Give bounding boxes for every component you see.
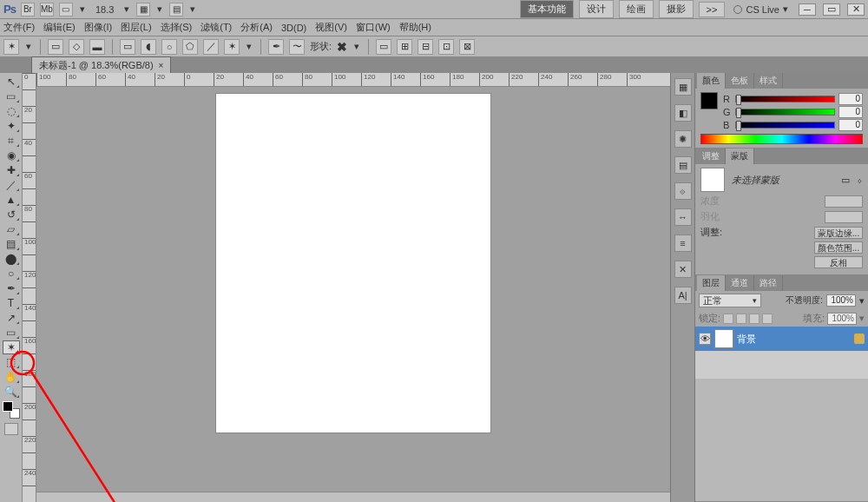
tab-swatches[interactable]: 色板 bbox=[726, 73, 754, 89]
mini-bridge-icon[interactable]: Mb bbox=[40, 3, 54, 17]
workspace-paint[interactable]: 绘画 bbox=[619, 0, 654, 18]
custom-shape-icon[interactable]: ✶ bbox=[224, 39, 240, 55]
tab-color[interactable]: 颜色 bbox=[697, 73, 726, 89]
layer-name[interactable]: 背景 bbox=[737, 333, 756, 346]
workspace-essentials[interactable]: 基本功能 bbox=[520, 0, 574, 18]
tool-3d[interactable]: ⬚ bbox=[3, 355, 20, 369]
ellipse-icon[interactable]: ○ bbox=[161, 39, 177, 55]
color-spectrum[interactable] bbox=[700, 134, 863, 144]
freeform-pen-icon[interactable]: 〜 bbox=[289, 39, 305, 55]
menu-window[interactable]: 窗口(W) bbox=[356, 21, 391, 34]
pen-opt-icon[interactable]: ✒ bbox=[268, 39, 284, 55]
close-button[interactable]: ✕ bbox=[847, 3, 865, 16]
tool-custom-shape[interactable]: ✶ bbox=[3, 340, 20, 354]
menu-select[interactable]: 选择(S) bbox=[161, 21, 193, 34]
tool-dodge[interactable]: ○ bbox=[3, 267, 20, 281]
tool-healing[interactable]: ✚ bbox=[3, 163, 20, 177]
tool-lasso[interactable]: ◌ bbox=[3, 104, 20, 118]
canvas[interactable] bbox=[216, 94, 490, 433]
color-range-button[interactable]: 颜色范围... bbox=[814, 241, 863, 254]
pixel-mask-icon[interactable]: ▭ bbox=[841, 175, 850, 186]
dock-icon-3[interactable]: ▤ bbox=[674, 156, 692, 174]
layer-row-background[interactable]: 👁 背景 bbox=[695, 327, 868, 351]
arrange-icon[interactable]: ▦ bbox=[136, 3, 150, 17]
cs-live[interactable]: CS Live▾ bbox=[730, 3, 792, 15]
dock-icon-4[interactable]: ⟐ bbox=[674, 182, 692, 200]
dock-icon-5[interactable]: ↔ bbox=[674, 208, 692, 226]
layer-thumbnail[interactable] bbox=[714, 329, 733, 348]
combine-new-icon[interactable]: ▭ bbox=[376, 39, 391, 55]
g-value[interactable]: 0 bbox=[838, 106, 863, 118]
menu-3d[interactable]: 3D(D) bbox=[281, 23, 306, 33]
screen-mode-icon[interactable]: ▭ bbox=[59, 3, 73, 17]
lock-trans-icon[interactable] bbox=[723, 314, 733, 324]
foreground-swatch[interactable] bbox=[700, 92, 718, 109]
opacity-dd[interactable]: ▾ bbox=[859, 295, 865, 307]
polygon-icon[interactable]: ⬠ bbox=[182, 39, 198, 55]
menu-file[interactable]: 文件(F) bbox=[3, 21, 35, 34]
menu-filter[interactable]: 滤镜(T) bbox=[201, 21, 232, 34]
tab-styles[interactable]: 样式 bbox=[754, 73, 783, 89]
shape-opt-dd[interactable]: ▾ bbox=[245, 41, 253, 52]
rrect-icon[interactable]: ◖ bbox=[141, 39, 156, 55]
tool-gradient[interactable]: ▤ bbox=[3, 237, 20, 251]
b-value[interactable]: 0 bbox=[838, 119, 863, 131]
zoom-value[interactable]: 18.3 bbox=[92, 4, 117, 15]
tab-paths[interactable]: 路径 bbox=[754, 275, 783, 291]
menu-view[interactable]: 视图(V) bbox=[315, 21, 347, 34]
mask-edge-button[interactable]: 蒙版边缘... bbox=[814, 227, 863, 239]
tool-eraser[interactable]: ▱ bbox=[3, 222, 20, 236]
tool-eyedropper[interactable]: ◉ bbox=[3, 149, 20, 162]
combine-sub-icon[interactable]: ⊟ bbox=[418, 39, 433, 55]
menu-analysis[interactable]: 分析(A) bbox=[240, 21, 273, 34]
lock-position-icon[interactable] bbox=[749, 314, 760, 324]
menu-edit[interactable]: 编辑(E) bbox=[43, 21, 76, 34]
document-close-icon[interactable]: × bbox=[159, 61, 164, 70]
menu-layer[interactable]: 图层(L) bbox=[121, 21, 151, 34]
dock-icon-1[interactable]: ◧ bbox=[674, 104, 692, 122]
tab-adjustments[interactable]: 调整 bbox=[697, 149, 726, 164]
vector-mask-icon[interactable]: ⬨ bbox=[857, 175, 863, 185]
shape-preview-x[interactable]: ✖ bbox=[337, 40, 347, 54]
invert-button[interactable]: 反相 bbox=[814, 256, 863, 268]
dock-icon-7[interactable]: ✕ bbox=[674, 261, 692, 278]
tab-channels[interactable]: 通道 bbox=[726, 275, 754, 291]
tool-move[interactable]: ↖ bbox=[3, 75, 20, 89]
tool-pen[interactable]: ✒ bbox=[3, 281, 20, 295]
opacity-value[interactable]: 100% bbox=[826, 294, 856, 307]
canvas-area[interactable] bbox=[36, 87, 670, 492]
tab-layers[interactable]: 图层 bbox=[697, 275, 726, 291]
combine-add-icon[interactable]: ⊞ bbox=[397, 39, 412, 55]
minimize-button[interactable]: ─ bbox=[799, 3, 816, 16]
lock-pixel-icon[interactable] bbox=[736, 314, 746, 324]
document-tab[interactable]: 未标题-1 @ 18.3%(RGB/8) × bbox=[31, 56, 171, 74]
g-slider[interactable] bbox=[735, 109, 835, 116]
combine-int-icon[interactable]: ⊡ bbox=[438, 39, 454, 55]
lock-all-icon[interactable] bbox=[762, 314, 773, 324]
dock-icon-2[interactable]: ✺ bbox=[674, 130, 692, 148]
fill-mode-icon[interactable]: ▬ bbox=[89, 39, 105, 55]
tool-crop[interactable]: ⌗ bbox=[3, 134, 20, 148]
tool-magic-wand[interactable]: ✦ bbox=[3, 119, 20, 133]
extras-dd[interactable]: ▾ bbox=[188, 3, 197, 15]
tool-stamp[interactable]: ▲ bbox=[3, 193, 20, 207]
rect-icon[interactable]: ▭ bbox=[120, 39, 135, 55]
bridge-icon[interactable]: Br bbox=[21, 3, 35, 17]
r-value[interactable]: 0 bbox=[838, 93, 863, 105]
dock-icon-8[interactable]: A| bbox=[674, 287, 692, 304]
tool-blur[interactable]: ⬤ bbox=[3, 252, 20, 266]
dock-icon-6[interactable]: ≡ bbox=[674, 234, 692, 252]
tool-preset[interactable]: ✶ bbox=[3, 39, 19, 55]
b-slider[interactable] bbox=[735, 122, 835, 129]
quickmask-icon[interactable] bbox=[4, 423, 18, 435]
blend-mode-select[interactable]: 正常▾ bbox=[699, 294, 761, 307]
menu-image[interactable]: 图像(I) bbox=[84, 21, 112, 34]
dock-icon-0[interactable]: ▦ bbox=[674, 78, 692, 96]
arrange-dd[interactable]: ▾ bbox=[155, 3, 164, 15]
tool-marquee[interactable]: ▭ bbox=[3, 89, 20, 103]
tool-preset-dd[interactable]: ▾ bbox=[24, 41, 33, 52]
tab-mask[interactable]: 蒙版 bbox=[726, 149, 754, 164]
fill-value[interactable]: 100% bbox=[827, 313, 857, 325]
tool-path-select[interactable]: ↗ bbox=[3, 311, 20, 325]
menu-help[interactable]: 帮助(H) bbox=[399, 21, 431, 34]
